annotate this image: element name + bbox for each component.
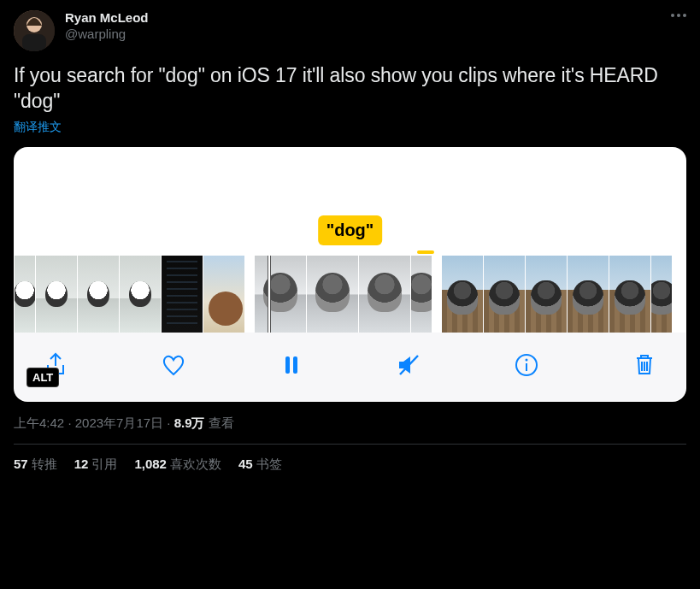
media-card[interactable]: "dog": [14, 147, 686, 402]
clip-thumbnail[interactable]: [203, 256, 244, 333]
clip-thumbnail[interactable]: [162, 256, 203, 333]
clip-thumbnail[interactable]: [568, 256, 609, 333]
tweet-text: If you search for "dog" on iOS 17 it'll …: [14, 63, 686, 115]
clip-thumbnail[interactable]: [442, 256, 483, 333]
clip-thumbnail[interactable]: [411, 256, 432, 333]
translate-link[interactable]: 翻译推文: [14, 120, 686, 135]
caption-chip: "dog": [318, 215, 383, 245]
clip-group-1[interactable]: [15, 256, 244, 333]
pause-icon[interactable]: [276, 350, 307, 380]
video-timeline-row: [15, 256, 685, 333]
retweets[interactable]: 57转推: [14, 456, 57, 473]
avatar[interactable]: [14, 10, 55, 51]
svg-rect-3: [285, 356, 290, 374]
tweet-stats: 57转推 12引用 1,082喜欢次数 45书签: [14, 445, 686, 481]
playhead-marker[interactable]: [268, 256, 271, 333]
clip-group-3[interactable]: [442, 256, 672, 333]
tweet-header: Ryan McLeod @warpling: [14, 10, 686, 51]
views-label: 查看: [209, 415, 234, 430]
svg-point-7: [526, 358, 528, 361]
tweet-date[interactable]: 2023年7月17日: [75, 415, 163, 430]
svg-rect-2: [22, 34, 46, 51]
bookmarks[interactable]: 45书签: [238, 456, 282, 473]
tweet-time[interactable]: 上午4:42: [14, 415, 64, 430]
media-toolbar: [15, 333, 685, 401]
likes[interactable]: 1,082喜欢次数: [134, 456, 221, 473]
clip-thumbnail[interactable]: [307, 256, 358, 333]
clip-thumbnail[interactable]: [609, 256, 650, 333]
timeline-marker: [417, 250, 434, 254]
clip-thumbnail[interactable]: [359, 256, 410, 333]
display-name[interactable]: Ryan McLeod: [65, 10, 149, 27]
clip-group-2[interactable]: [255, 256, 432, 333]
author-names: Ryan McLeod @warpling: [65, 10, 149, 43]
clip-thumbnail[interactable]: [651, 256, 672, 333]
media-whitespace: "dog": [15, 148, 685, 256]
quotes[interactable]: 12引用: [74, 456, 118, 473]
svg-rect-4: [293, 356, 297, 374]
clip-thumbnail[interactable]: [120, 256, 161, 333]
clip-thumbnail[interactable]: [15, 256, 35, 333]
heart-icon[interactable]: [158, 350, 189, 380]
mute-icon[interactable]: [393, 350, 424, 380]
clip-thumbnail[interactable]: [36, 256, 77, 333]
trash-icon[interactable]: [629, 350, 660, 380]
info-icon[interactable]: [511, 350, 542, 380]
alt-badge[interactable]: ALT: [26, 368, 59, 387]
handle[interactable]: @warpling: [65, 27, 149, 43]
tweet-container: Ryan McLeod @warpling If you search for …: [0, 0, 700, 481]
clip-thumbnail[interactable]: [526, 256, 567, 333]
views-count: 8.9万: [174, 415, 205, 430]
tweet-meta: 上午4:42 · 2023年7月17日 · 8.9万 查看: [14, 415, 686, 432]
more-icon[interactable]: [671, 10, 686, 17]
clip-thumbnail[interactable]: [78, 256, 119, 333]
clip-thumbnail[interactable]: [255, 256, 306, 333]
clip-thumbnail[interactable]: [484, 256, 525, 333]
